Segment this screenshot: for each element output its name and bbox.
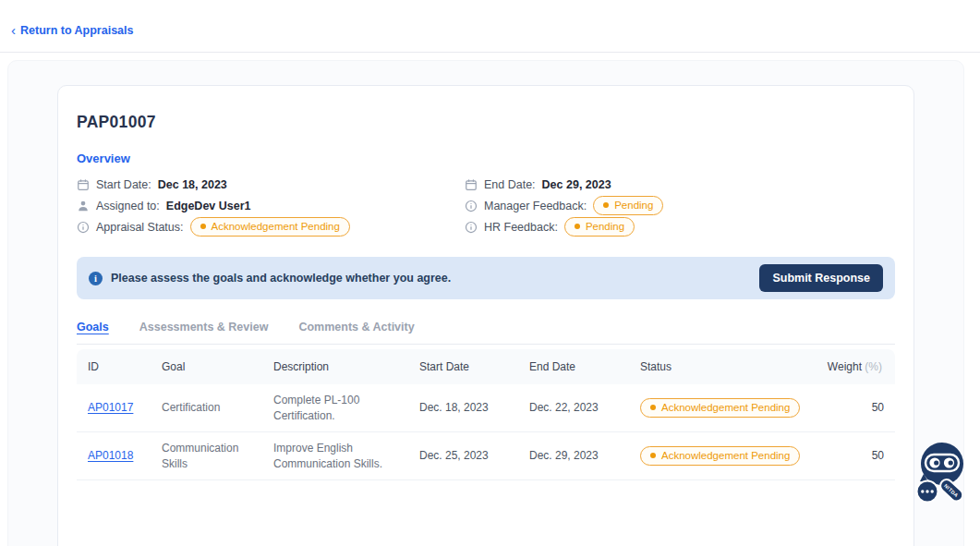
goal-status-cell: Acknowledgement Pending <box>640 446 825 466</box>
info-circle-icon <box>465 200 478 212</box>
goal-status-badge: Acknowledgement Pending <box>640 446 800 466</box>
top-bar: ‹ Return to Appraisals <box>0 0 980 53</box>
manager-feedback-badge-label: Pending <box>614 199 653 212</box>
goal-start-date-cell: Dec. 25, 2023 <box>419 448 529 463</box>
start-date-label: Start Date: <box>96 178 151 191</box>
status-dot-icon <box>575 224 580 229</box>
goal-description-cell: Improve English Communication Skills. <box>273 441 419 470</box>
goal-status-badge-label: Acknowledgement Pending <box>661 449 790 462</box>
goal-name-cell: Certification <box>162 400 273 415</box>
start-date-field: Start Date: Dec 18, 2023 <box>77 177 465 191</box>
page-title: PAP01007 <box>77 113 895 132</box>
return-to-appraisals-link[interactable]: ‹ Return to Appraisals <box>11 24 133 37</box>
manager-feedback-field: Manager Feedback: Pending <box>465 199 895 212</box>
goal-end-date-cell: Dec. 29, 2023 <box>529 448 640 463</box>
goal-link-ap01018[interactable]: AP01018 <box>88 449 133 462</box>
goal-status-badge: Acknowledgement Pending <box>640 398 800 418</box>
start-date-value: Dec 18, 2023 <box>158 178 227 191</box>
robot-mascot-icon: NITDA <box>916 441 966 507</box>
manager-feedback-badge: Pending <box>593 196 663 215</box>
header-description: Description <box>273 360 419 373</box>
header-weight: Weight (%) <box>825 360 895 373</box>
status-dot-icon <box>200 224 206 229</box>
table-header-row: ID Goal Description Start Date End Date … <box>77 349 895 384</box>
goal-link-ap01017[interactable]: AP01017 <box>88 401 133 414</box>
appraisal-card: PAP01007 Overview Start Date: Dec 18, 20… <box>57 85 914 546</box>
appraisal-status-label: Appraisal Status: <box>96 221 184 234</box>
content-section: PAP01007 Overview Start Date: Dec 18, 20… <box>7 60 964 546</box>
chatbot-launcher[interactable]: NITDA <box>916 441 966 507</box>
goal-status-badge-label: Acknowledgement Pending <box>661 401 790 414</box>
end-date-value: Dec 29, 2023 <box>542 178 611 191</box>
assigned-to-value: EdgeDev User1 <box>166 200 251 212</box>
banner-message: Please assess the goals and acknowledge … <box>111 272 451 285</box>
submit-response-button[interactable]: Submit Response <box>759 264 883 292</box>
table-row: AP01017 Certification Complete PL-100 Ce… <box>77 384 895 432</box>
goal-start-date-cell: Dec. 18, 2023 <box>419 400 529 415</box>
info-circle-icon <box>77 221 90 234</box>
info-filled-icon: i <box>89 272 103 285</box>
info-circle-icon <box>465 221 478 234</box>
tab-comments-activity[interactable]: Comments & Activity <box>298 321 414 334</box>
status-dot-icon <box>650 453 656 458</box>
goal-description-cell: Complete PL-100 Certification. <box>273 393 419 422</box>
end-date-field: End Date: Dec 29, 2023 <box>465 177 895 191</box>
header-goal: Goal <box>162 360 273 373</box>
hr-feedback-badge-label: Pending <box>586 220 624 233</box>
status-dot-icon <box>603 202 609 208</box>
back-link-label: Return to Appraisals <box>20 24 133 37</box>
overview-right-column: End Date: Dec 29, 2023 Manager Feedback:… <box>465 177 895 234</box>
header-status: Status <box>640 360 825 373</box>
appraisal-status-badge-label: Acknowledgement Pending <box>212 220 340 233</box>
end-date-label: End Date: <box>484 178 536 191</box>
goal-name-cell: Communication Skills <box>162 441 273 470</box>
tab-goals[interactable]: Goals <box>77 321 109 334</box>
goal-id-cell: AP01018 <box>77 448 162 463</box>
hr-feedback-field: HR Feedback: Pending <box>465 220 895 234</box>
appraisal-status-field: Appraisal Status: Acknowledgement Pendin… <box>77 220 465 234</box>
header-start-date: Start Date <box>419 360 529 373</box>
assigned-to-field: Assigned to: EdgeDev User1 <box>77 199 465 212</box>
goal-end-date-cell: Dec. 22, 2023 <box>529 400 640 415</box>
tab-bar: Goals Assessments & Review Comments & Ac… <box>77 321 895 345</box>
overview-left-column: Start Date: Dec 18, 2023 Assigned to: Ed… <box>77 177 465 234</box>
table-row: AP01018 Communication Skills Improve Eng… <box>77 432 895 480</box>
overview-grid: Start Date: Dec 18, 2023 Assigned to: Ed… <box>77 177 895 234</box>
goal-weight-cell: 50 <box>825 448 895 463</box>
status-dot-icon <box>650 405 656 410</box>
goals-table: ID Goal Description Start Date End Date … <box>77 349 895 480</box>
header-id: ID <box>77 360 162 373</box>
user-icon <box>77 200 90 212</box>
assigned-to-label: Assigned to: <box>96 200 160 212</box>
header-end-date: End Date <box>529 360 640 373</box>
hr-feedback-label: HR Feedback: <box>484 221 558 234</box>
goal-weight-cell: 50 <box>825 400 895 415</box>
acknowledge-banner: i Please assess the goals and acknowledg… <box>77 257 895 299</box>
overview-section-title: Overview <box>77 152 895 165</box>
appraisal-status-badge: Acknowledgement Pending <box>190 217 350 237</box>
manager-feedback-label: Manager Feedback: <box>484 200 587 212</box>
header-weight-unit: (%) <box>865 360 882 373</box>
chevron-left-icon: ‹ <box>11 23 16 37</box>
goal-status-cell: Acknowledgement Pending <box>640 398 825 418</box>
tab-assessments-review[interactable]: Assessments & Review <box>139 321 269 334</box>
goal-id-cell: AP01017 <box>77 400 162 415</box>
hr-feedback-badge: Pending <box>564 217 635 237</box>
calendar-icon <box>465 178 478 191</box>
calendar-icon <box>77 178 90 191</box>
